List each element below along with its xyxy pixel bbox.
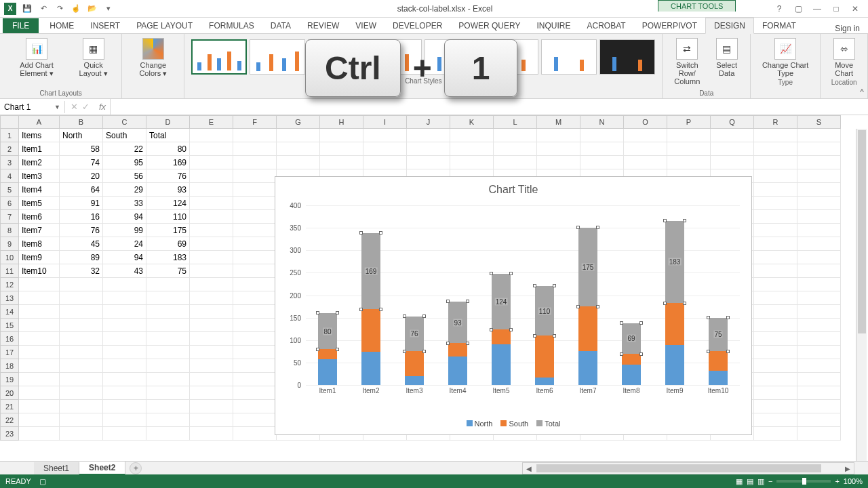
cell[interactable] <box>103 332 146 346</box>
name-box[interactable]: Chart 1▼ <box>0 101 65 113</box>
cell[interactable] <box>233 346 277 359</box>
row-header[interactable]: 23 <box>0 427 19 441</box>
data-label[interactable]: 124 <box>495 298 508 305</box>
column-header[interactable]: Q <box>711 115 754 129</box>
cell[interactable] <box>537 156 580 169</box>
cell[interactable] <box>103 386 146 400</box>
bar-segment-south[interactable] <box>578 306 597 351</box>
cell[interactable] <box>320 156 363 169</box>
cell[interactable] <box>60 332 103 346</box>
cell[interactable] <box>450 129 494 142</box>
cell[interactable] <box>797 224 841 237</box>
tab-design[interactable]: DESIGN <box>705 18 754 34</box>
bar-segment-total[interactable]: 183 <box>665 221 684 303</box>
cell[interactable]: North <box>60 129 103 142</box>
sign-in-link[interactable]: Sign in <box>835 24 868 33</box>
view-normal-icon[interactable]: ▦ <box>736 477 743 486</box>
cell[interactable] <box>754 413 797 427</box>
bar-segment-north[interactable] <box>535 378 554 385</box>
cell[interactable] <box>363 129 407 142</box>
cell[interactable] <box>450 142 494 156</box>
cell[interactable] <box>667 129 711 142</box>
cell[interactable]: 75 <box>146 264 190 278</box>
tab-inquire[interactable]: INQUIRE <box>528 18 578 33</box>
cell[interactable] <box>190 427 233 441</box>
cell[interactable]: 29 <box>103 183 146 197</box>
row-header[interactable]: 2 <box>0 142 19 156</box>
chart-style-2[interactable] <box>250 39 305 75</box>
cell[interactable] <box>277 129 320 142</box>
cell[interactable] <box>233 305 277 319</box>
bar-segment-south[interactable] <box>318 349 337 359</box>
cell[interactable] <box>277 142 320 156</box>
cell[interactable] <box>407 156 450 169</box>
bar-segment-total[interactable]: 175 <box>578 228 597 306</box>
cell[interactable] <box>754 169 797 183</box>
cell[interactable] <box>233 197 277 210</box>
cell[interactable] <box>363 142 407 156</box>
add-chart-element-button[interactable]: 📊Add Chart Element ▾ <box>4 37 69 89</box>
cell[interactable] <box>407 142 450 156</box>
row-header[interactable]: 17 <box>0 346 19 359</box>
cell[interactable] <box>19 373 60 386</box>
cell[interactable] <box>233 156 277 169</box>
column-header[interactable]: M <box>537 115 580 129</box>
column-header[interactable]: O <box>624 115 667 129</box>
cell[interactable] <box>797 373 841 386</box>
cell[interactable] <box>494 142 537 156</box>
cell[interactable] <box>19 319 60 332</box>
cell[interactable] <box>190 237 233 251</box>
cell[interactable] <box>797 251 841 264</box>
cell[interactable]: 64 <box>60 183 103 197</box>
bar-segment-south[interactable] <box>405 351 424 376</box>
cell[interactable] <box>233 373 277 386</box>
cell[interactable] <box>754 210 797 224</box>
embedded-chart[interactable]: Chart Title 050100150200250300350400 801… <box>275 176 752 435</box>
bar-segment-north[interactable] <box>405 376 424 385</box>
row-header[interactable]: 10 <box>0 251 19 264</box>
cell[interactable] <box>60 427 103 441</box>
cell[interactable] <box>146 359 190 373</box>
formula-input[interactable] <box>110 99 868 115</box>
cell[interactable] <box>103 413 146 427</box>
cell[interactable] <box>146 332 190 346</box>
tab-acrobat[interactable]: ACROBAT <box>579 18 634 33</box>
column-header[interactable]: S <box>797 115 841 129</box>
undo-icon[interactable]: ↶ <box>38 3 49 14</box>
cell[interactable]: 56 <box>103 169 146 183</box>
cell[interactable] <box>797 413 841 427</box>
switch-row-column-button[interactable]: ⇄Switch Row/ Column <box>667 37 707 89</box>
cell[interactable] <box>754 278 797 291</box>
bar-segment-south[interactable] <box>622 354 641 365</box>
bar-segment-total[interactable]: 110 <box>535 286 554 336</box>
chart-style-8[interactable] <box>599 39 655 75</box>
cell[interactable] <box>667 142 711 156</box>
y-axis[interactable]: 050100150200250300350400 <box>281 205 304 385</box>
tab-data[interactable]: DATA <box>262 18 299 33</box>
cell[interactable] <box>797 169 841 183</box>
bar-segment-south[interactable] <box>709 351 728 370</box>
cell[interactable] <box>754 197 797 210</box>
cell[interactable] <box>60 359 103 373</box>
data-label[interactable]: 76 <box>410 330 418 338</box>
cell[interactable] <box>667 156 711 169</box>
bar-segment-total[interactable]: 169 <box>361 233 380 309</box>
plot-area[interactable]: 8016976931241101756918375 <box>306 205 740 385</box>
cell[interactable] <box>277 156 320 169</box>
row-header[interactable]: 5 <box>0 183 19 197</box>
column-header[interactable]: P <box>667 115 711 129</box>
row-header[interactable]: 15 <box>0 319 19 332</box>
cell[interactable] <box>190 359 233 373</box>
cell[interactable] <box>190 156 233 169</box>
cell[interactable] <box>19 332 60 346</box>
cell[interactable] <box>537 129 580 142</box>
cell[interactable]: 22 <box>103 142 146 156</box>
data-label[interactable]: 175 <box>582 264 595 271</box>
cell[interactable] <box>146 427 190 441</box>
tab-view[interactable]: VIEW <box>347 18 384 33</box>
row-header[interactable]: 3 <box>0 156 19 169</box>
cell[interactable]: 74 <box>60 156 103 169</box>
column-header[interactable]: I <box>363 115 407 129</box>
cell[interactable] <box>797 305 841 319</box>
bar-segment-south[interactable] <box>535 336 554 378</box>
